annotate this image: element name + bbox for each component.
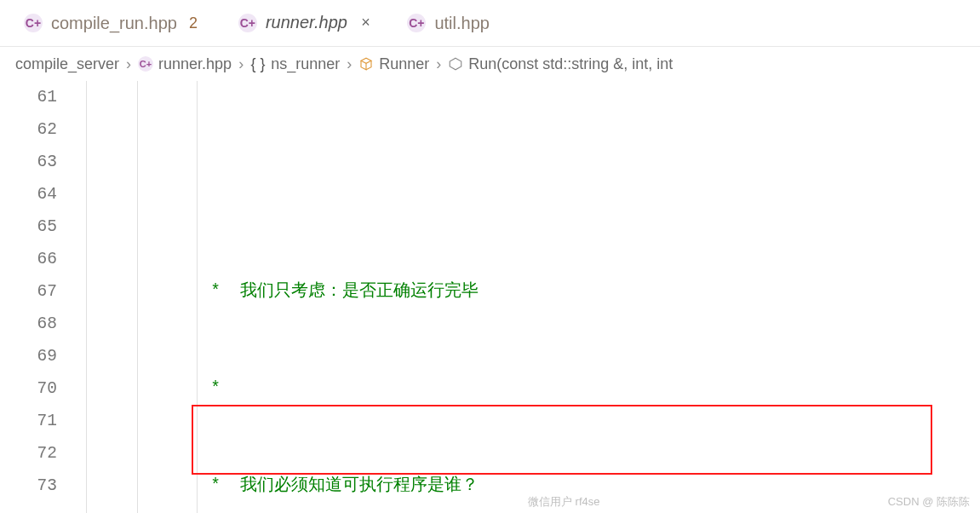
breadcrumb-class[interactable]: Runner	[358, 55, 429, 73]
chevron-right-icon: ›	[238, 55, 244, 73]
tab-runner[interactable]: C+ runner.hpp ×	[225, 0, 384, 46]
code-line[interactable]: * 我们只考虑：是否正确运行完毕	[81, 275, 980, 308]
line-number: 61	[0, 81, 57, 113]
method-icon	[448, 56, 463, 72]
line-number: 73	[0, 470, 57, 502]
breadcrumb-file[interactable]: C+ runner.hpp	[138, 55, 232, 73]
tab-label: runner.hpp	[266, 13, 347, 32]
tab-util[interactable]: C+ util.hpp	[393, 0, 503, 46]
cpp-icon: C+	[24, 14, 43, 32]
chevron-right-icon: ›	[126, 55, 131, 73]
line-number: 68	[0, 308, 57, 340]
chevron-right-icon: ›	[347, 55, 352, 73]
tab-label: util.hpp	[434, 14, 490, 33]
line-number: 70	[0, 372, 57, 405]
breadcrumb-folder[interactable]: compile_server	[15, 55, 119, 73]
line-number: 64	[0, 178, 57, 210]
line-number: 66	[0, 243, 57, 275]
code-line[interactable]: * 我们必须知道可执行程序是谁？	[81, 470, 980, 502]
cpp-icon: C+	[407, 14, 426, 32]
line-number-gutter: 61 62 63 64 65 66 67 68 69 70 71 72 73	[0, 81, 81, 513]
cpp-icon: C+	[138, 56, 153, 72]
annotation-box	[192, 405, 932, 475]
namespace-icon: { }	[250, 56, 266, 72]
cpp-icon: C+	[238, 14, 257, 32]
line-number: 63	[0, 146, 57, 178]
tab-compile-run[interactable]: C+ compile_run.hpp 2	[10, 0, 215, 46]
close-icon[interactable]: ×	[361, 14, 370, 32]
line-number: 65	[0, 210, 57, 243]
tab-label: compile_run.hpp	[51, 14, 177, 33]
breadcrumb-method[interactable]: Run(const std::string &, int, int	[448, 55, 673, 73]
tab-badge: 2	[186, 14, 201, 32]
breadcrumb: compile_server › C+ runner.hpp › { } ns_…	[0, 47, 980, 81]
tabs-bar: C+ compile_run.hpp 2 C+ runner.hpp × C+ …	[0, 0, 980, 47]
line-number: 71	[0, 405, 57, 437]
code-area[interactable]: * 我们只考虑：是否正确运行完毕 * * 我们必须知道可执行程序是谁？ * 一个…	[81, 81, 980, 513]
breadcrumb-namespace[interactable]: { } ns_runner	[250, 55, 340, 73]
line-number: 72	[0, 437, 57, 470]
class-icon	[358, 56, 374, 72]
code-editor[interactable]: 61 62 63 64 65 66 67 68 69 70 71 72 73 *…	[0, 81, 980, 513]
line-number: 62	[0, 113, 57, 146]
line-number: 67	[0, 275, 57, 308]
chevron-right-icon: ›	[436, 55, 441, 73]
code-line[interactable]: *	[81, 372, 980, 405]
line-number: 69	[0, 340, 57, 372]
